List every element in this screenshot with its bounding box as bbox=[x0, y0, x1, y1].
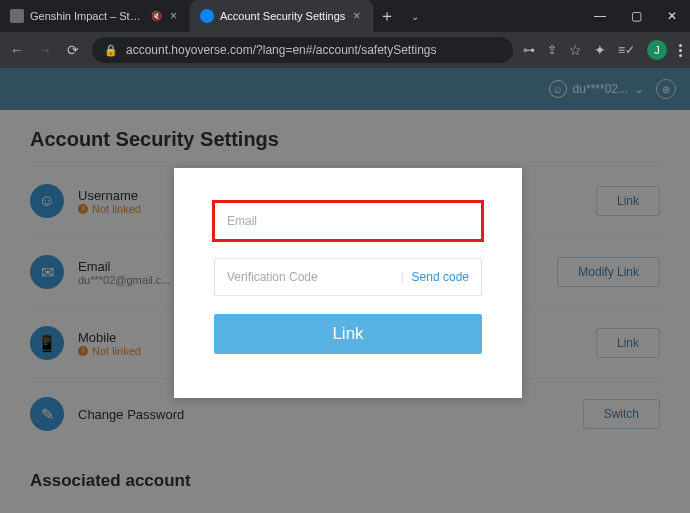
page-viewport: ☺ du****02... ⌄ ⊕ Account Security Setti… bbox=[0, 68, 690, 513]
close-window-button[interactable]: ✕ bbox=[654, 0, 690, 32]
reading-list-icon[interactable]: ≡✓ bbox=[618, 43, 635, 57]
url-text: account.hoyoverse.com/?lang=en#/account/… bbox=[126, 43, 437, 57]
reload-button[interactable]: ⟳ bbox=[64, 42, 82, 58]
email-field-wrapper[interactable] bbox=[214, 202, 482, 240]
tab-label: Genshin Impact – Step Into bbox=[30, 10, 145, 22]
tab-genshin[interactable]: Genshin Impact – Step Into 🔇 × bbox=[0, 0, 190, 32]
close-icon[interactable]: × bbox=[168, 9, 179, 23]
share-icon[interactable]: ⇪ bbox=[547, 43, 557, 57]
star-icon[interactable]: ☆ bbox=[569, 42, 582, 58]
new-tab-button[interactable]: ＋ bbox=[373, 0, 401, 32]
back-button[interactable]: ← bbox=[8, 42, 26, 58]
mute-icon[interactable]: 🔇 bbox=[151, 11, 162, 21]
link-email-modal: | Send code Link bbox=[174, 168, 522, 398]
kebab-menu-icon[interactable] bbox=[679, 44, 682, 57]
browser-titlebar: Genshin Impact – Step Into 🔇 × Account S… bbox=[0, 0, 690, 32]
favicon-icon bbox=[10, 9, 24, 23]
key-icon[interactable]: ⊶ bbox=[523, 43, 535, 57]
close-icon[interactable]: × bbox=[351, 9, 362, 23]
lock-icon: 🔒 bbox=[104, 44, 118, 57]
verification-code-input[interactable] bbox=[227, 270, 392, 284]
address-bar[interactable]: 🔒 account.hoyoverse.com/?lang=en#/accoun… bbox=[92, 37, 513, 63]
profile-avatar[interactable]: J bbox=[647, 40, 667, 60]
tab-account-security[interactable]: Account Security Settings × bbox=[190, 0, 373, 32]
extensions-icon[interactable]: ✦ bbox=[594, 42, 606, 58]
browser-urlbar: ← → ⟳ 🔒 account.hoyoverse.com/?lang=en#/… bbox=[0, 32, 690, 68]
forward-button: → bbox=[36, 42, 54, 58]
maximize-button[interactable]: ▢ bbox=[618, 0, 654, 32]
code-field-wrapper[interactable]: | Send code bbox=[214, 258, 482, 296]
favicon-icon bbox=[200, 9, 214, 23]
tab-label: Account Security Settings bbox=[220, 10, 345, 22]
tab-overflow-icon[interactable]: ⌄ bbox=[401, 0, 429, 32]
link-submit-button[interactable]: Link bbox=[214, 314, 482, 354]
minimize-button[interactable]: — bbox=[582, 0, 618, 32]
email-input[interactable] bbox=[227, 214, 469, 228]
send-code-button[interactable]: Send code bbox=[412, 270, 469, 284]
field-separator: | bbox=[400, 270, 403, 284]
